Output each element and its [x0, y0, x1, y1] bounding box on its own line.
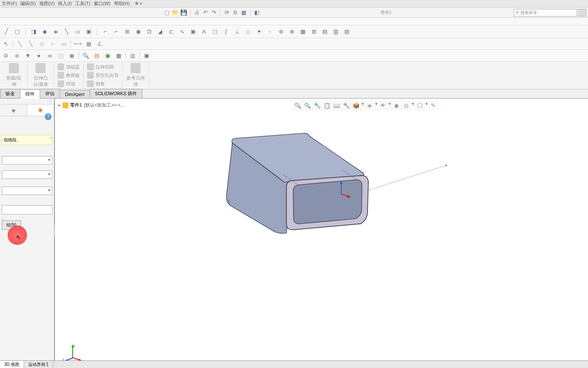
fillet-icon[interactable]: ⌐	[101, 27, 110, 36]
chamfer-icon[interactable]: ⌐	[112, 27, 121, 36]
t5-icon[interactable]: ʍ	[46, 52, 54, 60]
sketch-rect-icon[interactable]: ╲	[27, 40, 35, 48]
save-icon[interactable]: 💾	[180, 9, 188, 16]
t6-icon[interactable]: ▢	[57, 52, 65, 60]
gear-icon[interactable]: ⚙	[2, 52, 10, 60]
print-icon[interactable]: 🖨	[193, 9, 201, 16]
open-icon[interactable]: 📁	[172, 9, 179, 16]
t7-icon[interactable]: ▣	[68, 52, 76, 60]
box-icon[interactable]: ▢	[210, 27, 220, 36]
t8-icon[interactable]: 🔍	[82, 52, 90, 60]
ref-geometry-button[interactable]: 参考几何体	[125, 62, 146, 88]
curve-icon[interactable]: ∫	[221, 27, 231, 36]
tool2-icon[interactable]: ▦	[298, 27, 308, 36]
t12-icon[interactable]: ▥	[128, 52, 137, 60]
loft-icon[interactable]: ╲	[62, 27, 71, 36]
dim-icon[interactable]: ⟷	[74, 40, 82, 48]
t3-icon[interactable]: ▼	[24, 52, 32, 60]
tool3-icon[interactable]: ⊞	[309, 27, 318, 36]
revolve-icon[interactable]: ◆	[40, 27, 49, 36]
trim-extend-button[interactable]: 剪裁/延伸	[3, 62, 24, 88]
rib-icon[interactable]: ⊡	[144, 27, 154, 36]
text-icon[interactable]: A	[199, 27, 209, 36]
tool5-icon[interactable]: ▥	[331, 27, 340, 36]
new-doc-icon[interactable]: ▢	[163, 9, 171, 16]
menu-tools[interactable]: 工具(T)	[75, 0, 90, 7]
color-icon[interactable]: ◧	[253, 9, 261, 16]
collapse-icon[interactable]: ⌃	[49, 137, 52, 141]
menu-view[interactable]: 视图(V)	[39, 0, 55, 7]
panel-tab-feature[interactable]: ◈	[0, 104, 27, 116]
sketch-spline-icon[interactable]: ▭	[60, 40, 68, 48]
search-button[interactable]	[578, 9, 586, 16]
sketch-icon[interactable]: ▢	[13, 27, 22, 36]
sweep-icon[interactable]: ◈	[51, 27, 60, 36]
tool4-icon[interactable]: ▤	[320, 27, 329, 36]
dome-icon[interactable]: ▣	[188, 27, 198, 36]
feature-toolbar: ╱ ▢ ◨ ◆ ◈ ╲ ▭ ▣ ⌐ ⌐ ⊞ ◉ ⊡ ◢ ⊏ ∿ ▣ A ▢ ∫ …	[0, 25, 588, 38]
cursor-icon: ↖	[16, 234, 21, 241]
tab-weldments[interactable]: 焊件	[20, 89, 40, 99]
search-input[interactable]: ⚲ 搜索命令	[514, 9, 577, 16]
dropdown-2[interactable]	[2, 170, 52, 179]
sketch-line-icon[interactable]: ╲	[16, 40, 24, 48]
tool6-icon[interactable]: ▨	[342, 27, 351, 36]
pattern2-icon[interactable]: ◉	[133, 27, 143, 36]
plane-icon[interactable]: ◇	[243, 27, 253, 36]
hole-wizard-button[interactable]: 异型孔向导	[86, 71, 120, 80]
viewport[interactable]: ▸ 零件1 (默认<按加工>> <... 🔍 🔍 🔧 📋 📖 🔧 📦 ▾ ◈ ▾…	[55, 99, 588, 368]
menu-edit[interactable]: 编辑(E)	[20, 0, 36, 7]
point-icon[interactable]: ◦	[265, 27, 275, 36]
menu-insert[interactable]: 插入(I)	[58, 0, 71, 7]
tab-3dview[interactable]: 3D 视图	[0, 361, 24, 368]
t9-icon[interactable]: ▤	[93, 52, 101, 60]
ref-icon[interactable]: ⊥	[232, 27, 242, 36]
chamfer-button[interactable]: 倒角	[86, 80, 120, 88]
sketch-arc-icon[interactable]: ⌐	[49, 40, 57, 48]
boundary-icon[interactable]: ▭	[73, 27, 82, 36]
menu-window[interactable]: 窗口(W)	[94, 0, 111, 7]
grid-icon[interactable]: ▦	[84, 40, 93, 48]
wrap-icon[interactable]: ∿	[177, 27, 187, 36]
cut-icon[interactable]: ▣	[84, 27, 93, 36]
view-triad[interactable]: y x z	[63, 343, 83, 363]
coord-icon[interactable]: ⊕	[276, 27, 286, 36]
menu-help[interactable]: 帮助(H)	[114, 0, 130, 7]
gusset-button[interactable]: 角撑板	[57, 71, 81, 80]
extrude-icon[interactable]: ◨	[29, 27, 38, 36]
dropdown-1[interactable]	[2, 156, 52, 165]
t13-icon[interactable]: ▣	[142, 52, 151, 60]
redo-icon[interactable]: ↷	[210, 9, 218, 16]
extrude-boss-button[interactable]: 拉伸凸台/基体	[30, 62, 51, 88]
tab-evaluate[interactable]: 评估	[40, 89, 60, 98]
select-icon[interactable]: ↖	[2, 40, 10, 48]
line-icon[interactable]: ╱	[2, 27, 11, 36]
rebuild-icon[interactable]: ⟳	[223, 9, 231, 16]
pattern-icon[interactable]: ⊞	[122, 27, 132, 36]
main-area: ○ ◈ ◉ ? ⌃ 组线段。 ⌃ ○ 组(N) ↖ ▸ 零件1 (默	[0, 99, 588, 368]
tool-icon[interactable]: ▦	[240, 9, 248, 16]
menu-file[interactable]: 文件(F)	[2, 0, 17, 7]
t11-icon[interactable]: ▦	[114, 52, 123, 60]
draft-icon[interactable]: ◢	[155, 27, 165, 36]
tab-addins[interactable]: SOLIDWORKS 插件	[90, 89, 143, 98]
shell-icon[interactable]: ⊏	[166, 27, 176, 36]
t2-icon[interactable]: ⊗	[13, 52, 21, 60]
t10-icon[interactable]: ▣	[103, 52, 112, 60]
quick-access-toolbar: ▢ 📁 💾 🖨 ↶ ↷ ⟳ ⚙ ▦ ◧ 零件1 ⚲ 搜索命令	[0, 8, 588, 18]
end-cap-button[interactable]: 顶端盖	[57, 63, 81, 71]
tab-sheetmetal[interactable]: 钣金	[0, 89, 20, 98]
angle-icon[interactable]: ∠	[95, 40, 104, 48]
t4-icon[interactable]: ●	[35, 52, 43, 60]
undo-icon[interactable]: ↶	[201, 9, 209, 16]
axis-icon[interactable]: ✦	[254, 27, 264, 36]
input-field[interactable]	[2, 205, 52, 214]
options-icon[interactable]: ⚙	[231, 9, 239, 16]
tab-motion-study[interactable]: 运动算例 1	[24, 361, 53, 368]
mate-icon[interactable]: ⊗	[287, 27, 297, 36]
tab-dimxpert[interactable]: DimXpert	[60, 90, 90, 98]
weld-bead-button[interactable]: 焊缝	[57, 80, 81, 88]
dropdown-3[interactable]	[2, 187, 52, 195]
sketch-circle-icon[interactable]: ◇	[38, 40, 46, 48]
extrude-cut-button[interactable]: 拉伸切除	[86, 63, 120, 71]
